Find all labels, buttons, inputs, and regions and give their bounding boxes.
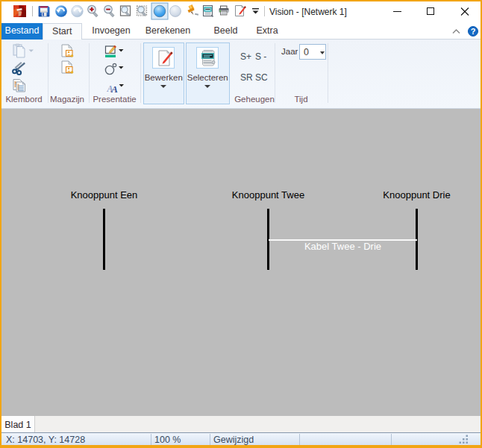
- svg-text:A: A: [110, 83, 118, 95]
